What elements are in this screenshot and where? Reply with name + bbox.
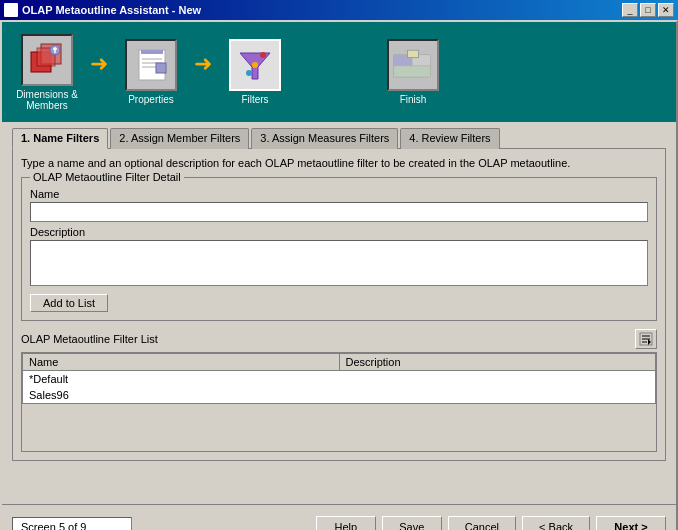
table-row[interactable]: Sales96 xyxy=(23,387,656,404)
step-properties: Properties xyxy=(116,39,186,105)
table-row[interactable]: *Default xyxy=(23,371,656,388)
close-button[interactable]: ✕ xyxy=(658,3,674,17)
title-bar: OLAP Metaoutline Assistant - New _ □ ✕ xyxy=(0,0,678,20)
table-cell-name: Sales96 xyxy=(23,387,340,404)
help-button[interactable]: Help xyxy=(316,516,376,531)
name-label: Name xyxy=(30,188,648,200)
svg-point-13 xyxy=(260,52,266,58)
instruction-text: Type a name and an optional description … xyxy=(21,157,657,169)
step-filters: Filters xyxy=(220,39,290,105)
step-finish: Finish xyxy=(378,39,448,105)
description-input[interactable] xyxy=(30,240,648,286)
col-header-name: Name xyxy=(23,354,340,371)
settings-icon xyxy=(639,332,653,346)
svg-point-14 xyxy=(252,62,258,68)
cancel-button[interactable]: Cancel xyxy=(448,516,516,531)
tab-assign-member-filters[interactable]: 2. Assign Member Filters xyxy=(110,128,249,149)
step-dimensions: Dimensions & Members xyxy=(12,34,82,111)
next-button[interactable]: Next > xyxy=(596,516,666,531)
dimensions-icon-box xyxy=(21,34,73,86)
back-button[interactable]: < Back xyxy=(522,516,590,531)
filter-table: Name Description *DefaultSales96 xyxy=(22,353,656,404)
finish-icon-box xyxy=(387,39,439,91)
svg-point-15 xyxy=(246,70,252,76)
tab-bar[interactable]: 1. Name Filters 2. Assign Member Filters… xyxy=(12,128,666,149)
filter-detail-group: OLAP Metaoutline Filter Detail Name Desc… xyxy=(21,177,657,321)
arrow-2: ➜ xyxy=(194,51,212,77)
screen-indicator: Screen 5 of 9 xyxy=(12,517,132,531)
step-properties-label: Properties xyxy=(128,94,174,105)
window-title: OLAP Metaoutline Assistant - New xyxy=(22,4,201,16)
wizard-steps: Dimensions & Members ➜ Properties xyxy=(12,34,448,111)
content-panel: Type a name and an optional description … xyxy=(12,148,666,461)
svg-rect-7 xyxy=(141,50,163,54)
properties-icon-box xyxy=(125,39,177,91)
step-finish-label: Finish xyxy=(400,94,427,105)
add-to-list-button[interactable]: Add to List xyxy=(30,294,108,312)
filter-table-container[interactable]: Name Description *DefaultSales96 xyxy=(21,352,657,452)
step-dimensions-label: Dimensions & Members xyxy=(16,89,78,111)
bottom-bar: Screen 5 of 9 Help Save Cancel < Back Ne… xyxy=(2,504,676,530)
tab-name-filters[interactable]: 1. Name Filters xyxy=(12,128,108,149)
col-header-description: Description xyxy=(339,354,656,371)
group-box-title: OLAP Metaoutline Filter Detail xyxy=(30,171,184,183)
minimize-button[interactable]: _ xyxy=(622,3,638,17)
filters-icon-box xyxy=(229,39,281,91)
bottom-buttons: Help Save Cancel < Back Next > xyxy=(316,516,666,531)
save-button[interactable]: Save xyxy=(382,516,442,531)
app-icon xyxy=(4,3,18,17)
maximize-button[interactable]: □ xyxy=(640,3,656,17)
arrow-1: ➜ xyxy=(90,51,108,77)
tab-assign-measures-filters[interactable]: 3. Assign Measures Filters xyxy=(251,128,398,149)
tab-review-filters[interactable]: 4. Review Filters xyxy=(400,128,499,149)
filter-list-settings-button[interactable] xyxy=(635,329,657,349)
table-cell-description xyxy=(339,387,656,404)
svg-rect-19 xyxy=(394,66,431,77)
table-cell-name: *Default xyxy=(23,371,340,388)
svg-rect-11 xyxy=(156,63,166,73)
table-cell-description xyxy=(339,371,656,388)
filter-list-label: OLAP Metaoutline Filter List xyxy=(21,333,158,345)
svg-rect-20 xyxy=(407,50,418,57)
wizard-header: Dimensions & Members ➜ Properties xyxy=(2,22,676,122)
main-area: 1. Name Filters 2. Assign Member Filters… xyxy=(2,122,676,504)
window-controls[interactable]: _ □ ✕ xyxy=(622,3,674,17)
description-label: Description xyxy=(30,226,648,238)
name-input[interactable] xyxy=(30,202,648,222)
filter-list-header: OLAP Metaoutline Filter List xyxy=(21,329,657,349)
step-filters-label: Filters xyxy=(241,94,268,105)
